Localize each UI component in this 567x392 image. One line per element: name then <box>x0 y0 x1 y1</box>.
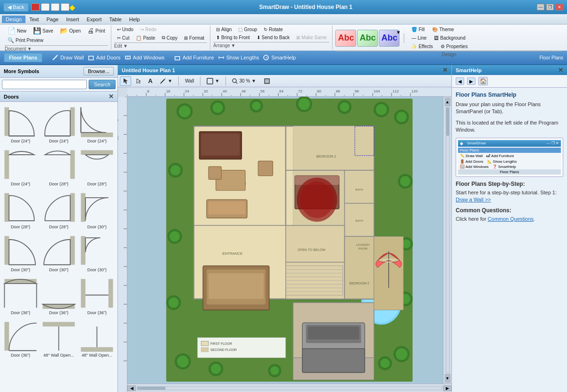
menu-help[interactable]: Help <box>125 16 144 23</box>
menu-page[interactable]: Page <box>42 16 62 23</box>
new-button[interactable]: 📄 New <box>5 25 29 36</box>
door-item[interactable]: Door (28") <box>2 190 39 232</box>
door-item[interactable]: 48" Wall Open... <box>78 318 116 360</box>
scroll-track[interactable] <box>137 386 442 390</box>
make-same-button[interactable]: ⊠ Make Same <box>293 33 329 42</box>
svg-point-133 <box>340 102 349 112</box>
ruler-corner <box>118 87 127 97</box>
door-item[interactable]: Door (24") <box>40 104 77 146</box>
door-item[interactable]: Door (30") <box>40 233 77 275</box>
send-to-back-button[interactable]: ⬇ Send to Back <box>254 33 292 42</box>
search-input[interactable] <box>2 80 87 89</box>
rotate-button[interactable]: ↻ Rotate <box>261 25 285 33</box>
menu-design[interactable]: Design <box>2 16 25 23</box>
door-item[interactable]: 48" Wall Open... <box>40 318 77 360</box>
redo-button[interactable]: ↪ Redo <box>137 25 159 33</box>
menu-insert[interactable]: Insert <box>62 16 83 23</box>
door-item[interactable]: Door (36") <box>40 275 77 317</box>
menu-table[interactable]: Table <box>105 16 125 23</box>
svg-rect-208 <box>201 133 240 156</box>
save-button[interactable]: 💾 Save <box>30 25 56 36</box>
close-button[interactable]: ✕ <box>556 4 563 10</box>
search-button[interactable]: Search <box>89 80 116 89</box>
browse-button[interactable]: Browse... <box>83 67 114 75</box>
scroll-vtrack[interactable] <box>446 107 450 373</box>
pencil-tool[interactable]: ▼ <box>157 76 175 85</box>
bring-to-front-button[interactable]: ⬆ Bring to Front <box>213 33 253 42</box>
door-item[interactable]: Door (28") <box>78 147 116 189</box>
floor-plan-canvas[interactable]: LIVING ROOM ENTRANCE FAMILY ROOM BEDROOM… <box>127 97 451 384</box>
select-tool[interactable] <box>120 76 131 86</box>
smarthelp-back-button[interactable]: ◀ <box>456 77 464 85</box>
scroll-vthumb[interactable] <box>446 108 449 136</box>
add-doors-button[interactable]: Add Doors <box>88 54 121 61</box>
smarthelp-home-button[interactable]: 🏠 <box>478 77 488 85</box>
vertical-scrollbar[interactable]: ▲ ▼ <box>443 97 451 384</box>
door-item[interactable]: Door (30") <box>78 190 116 232</box>
smarthelp-questions-link[interactable]: Common Questions <box>488 216 534 222</box>
door-item[interactable]: Door (36") <box>78 275 116 317</box>
shape-tool[interactable]: ▼ <box>204 76 222 86</box>
undo-button[interactable]: ↩ Undo <box>114 25 136 33</box>
floor-plans-tab-button[interactable]: Floor Plans <box>4 53 42 62</box>
line-button[interactable]: — Line <box>409 34 429 42</box>
doors-panel: Doors ✕ Door (24")Door (24")Door (24")Do… <box>0 92 117 392</box>
draw-wall-button[interactable]: Draw Wall <box>52 54 84 61</box>
align-button[interactable]: ⊟ Align <box>213 25 234 33</box>
scroll-left-button[interactable]: ◀ <box>127 385 136 391</box>
add-furniture-button[interactable]: Add Furniture <box>174 54 214 61</box>
door-item[interactable]: Door (24") <box>2 104 39 146</box>
zoom-control[interactable]: 30 % ▼ <box>229 77 259 85</box>
abc-button-green[interactable]: Abc <box>357 30 378 47</box>
horizontal-scrollbar[interactable]: ◀ ▶ <box>127 384 451 392</box>
canvas-title: Untitled House Plan 1 <box>122 67 175 73</box>
minimize-button[interactable]: — <box>537 4 544 10</box>
abc-button-red[interactable]: Abc <box>335 30 356 47</box>
smarthelp-close-button[interactable]: ✕ <box>558 67 563 74</box>
fill-button[interactable]: 🪣 Fill <box>409 25 427 33</box>
paste-button[interactable]: 📋 Paste <box>133 34 158 42</box>
door-item[interactable]: Door (24") <box>78 104 116 146</box>
scroll-down-button[interactable]: ▼ <box>445 374 450 383</box>
door-item[interactable]: Door (36") <box>2 275 39 317</box>
properties-button[interactable]: ⚙ Properties <box>438 42 471 50</box>
canvas-close-button[interactable]: ✕ <box>442 67 448 74</box>
door-item[interactable]: Door (28") <box>40 190 77 232</box>
print-preview-button[interactable]: 🔍 Print Preview <box>5 36 46 45</box>
effects-button[interactable]: ✨ Effects <box>409 42 435 50</box>
add-windows-button[interactable]: Add Windows <box>125 54 165 61</box>
doors-close-button[interactable]: ✕ <box>108 93 114 100</box>
wall-tool[interactable]: Wall <box>182 77 197 85</box>
smarthelp-step-link[interactable]: Draw a Wall >> <box>456 197 491 202</box>
scroll-up-button[interactable]: ▲ <box>445 98 450 106</box>
scroll-right-button[interactable]: ▶ <box>443 385 451 391</box>
cut-button[interactable]: ✂ Cut <box>114 34 133 42</box>
smarthelp-forward-button[interactable]: ▶ <box>467 77 475 85</box>
smarthelp-button[interactable]: ? SmartHelp <box>263 54 296 61</box>
theme-button[interactable]: 🎨 Theme <box>429 25 457 33</box>
door-item[interactable]: Door (30") <box>2 233 39 275</box>
maximize-button[interactable]: ❐ <box>546 4 554 10</box>
cursor-tool[interactable] <box>133 76 143 86</box>
show-lengths-button[interactable]: Show Lengths <box>218 54 259 61</box>
door-item[interactable]: Door (24") <box>2 147 39 189</box>
background-button[interactable]: 🖼 Background <box>431 34 468 42</box>
svg-rect-16 <box>4 150 9 179</box>
menu-export[interactable]: Export <box>83 16 106 23</box>
window-controls[interactable]: — ❐ ✕ <box>537 4 563 10</box>
group-button[interactable]: ⬚ Group <box>235 25 260 33</box>
text-tool[interactable]: A <box>145 76 155 86</box>
copy-button[interactable]: ⧉ Copy <box>159 33 180 42</box>
svg-point-125 <box>179 106 191 117</box>
back-button[interactable]: ◀ Back <box>4 3 28 11</box>
canvas-wrapper[interactable]: 8 16 24 32 40 48 56 64 72 80 88 96 104 1… <box>118 87 451 392</box>
door-item[interactable]: Door (36") <box>2 318 39 360</box>
format-button[interactable]: ⊞ Format <box>181 34 207 42</box>
open-button[interactable]: 📂 Open <box>57 25 83 36</box>
menu-text[interactable]: Text <box>25 16 42 23</box>
fit-page-button[interactable] <box>261 76 273 86</box>
door-item[interactable]: Door (28") <box>40 147 77 189</box>
scroll-thumb[interactable] <box>137 387 166 390</box>
door-item[interactable]: Door (30") <box>78 233 116 275</box>
print-button[interactable]: 🖨 Print <box>84 25 108 36</box>
